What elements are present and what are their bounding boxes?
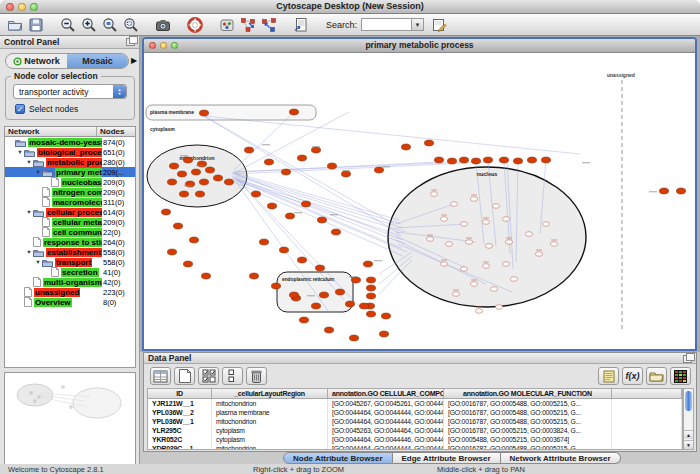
table-cell bbox=[612, 444, 682, 450]
table-cell: mitochondrion bbox=[212, 399, 328, 408]
unselect-attributes-icon[interactable] bbox=[222, 367, 243, 385]
search-dropdown-icon[interactable]: ▼ bbox=[411, 18, 424, 31]
help-icon[interactable] bbox=[186, 16, 204, 34]
attribute-table[interactable]: ID _cellularLayoutRegion annotation.GO C… bbox=[147, 388, 683, 450]
tree-row[interactable]: ▼transport558(0) bbox=[5, 257, 135, 267]
tree-row[interactable]: unassigned223(0) bbox=[5, 287, 135, 297]
import-network-icon[interactable] bbox=[239, 16, 257, 34]
tree-row[interactable]: Overview8(0) bbox=[5, 297, 135, 307]
edit-attributes-icon[interactable] bbox=[430, 16, 448, 34]
delete-attribute-icon[interactable] bbox=[246, 367, 267, 385]
new-attribute-icon[interactable] bbox=[174, 367, 195, 385]
tab-network[interactable]: Network bbox=[6, 54, 67, 68]
tree-row[interactable]: ▼cellular process614(0) bbox=[5, 207, 135, 217]
table-header-row: ID _cellularLayoutRegion annotation.GO C… bbox=[148, 389, 682, 399]
tree-row[interactable]: cellular metabo209(0) bbox=[5, 217, 135, 227]
table-row[interactable]: YPL036W__2plasma membrane[GO:0044464, GO… bbox=[148, 408, 682, 417]
scroll-down-icon[interactable]: ▼ bbox=[684, 440, 693, 449]
export-network-icon[interactable] bbox=[260, 16, 278, 34]
search-label: Search: bbox=[326, 20, 357, 30]
tree-row[interactable]: mosaic-demo-yeast874(0) bbox=[5, 137, 135, 147]
tree-row[interactable]: macromolecule311(0) bbox=[5, 197, 135, 207]
table-cell: YLR295C bbox=[148, 426, 212, 435]
notes-icon[interactable] bbox=[598, 367, 619, 385]
expander-icon[interactable]: ▼ bbox=[25, 159, 33, 165]
save-icon[interactable] bbox=[27, 16, 45, 34]
zoom-out-icon[interactable] bbox=[59, 16, 77, 34]
network-window[interactable]: primary metabolic process plasma membran… bbox=[142, 37, 697, 351]
tree-row[interactable]: nucleobase-209(0) bbox=[5, 177, 135, 187]
table-scrollbar[interactable]: ▲ ▼ bbox=[683, 388, 694, 450]
network-canvas-svg: plasma membrane cytoplasm mitochondrion … bbox=[144, 54, 695, 349]
column-header bbox=[612, 389, 682, 398]
nucleus-label: nucleus bbox=[477, 171, 498, 177]
control-panel: Control Panel Network Mosaic ▶ Node colo… bbox=[0, 36, 140, 464]
node-color-selection-group: Node color selection transporter activit… bbox=[5, 76, 135, 120]
select-all-attributes-icon[interactable] bbox=[198, 367, 219, 385]
network-tree-header: Network Nodes bbox=[4, 126, 136, 137]
control-panel-tabs: Network Mosaic bbox=[5, 53, 129, 69]
column-header[interactable]: _cellularLayoutRegion bbox=[212, 389, 328, 398]
import-attributes-icon[interactable] bbox=[646, 367, 667, 385]
table-cell: [GO:0016787, GO:0005488, GO:0005215, G..… bbox=[444, 408, 612, 417]
float-panel-icon[interactable] bbox=[683, 355, 692, 363]
tree-row[interactable]: ▼establishment of lo558(0) bbox=[5, 247, 135, 257]
tree-row[interactable]: cell communicat22(0) bbox=[5, 227, 135, 237]
tree-row[interactable]: response to stimulu264(0) bbox=[5, 237, 135, 247]
table-cell bbox=[612, 399, 682, 408]
expander-icon[interactable]: ▼ bbox=[16, 149, 24, 155]
zoom-selected-icon[interactable] bbox=[101, 16, 119, 34]
tree-row-count: 42(0) bbox=[102, 278, 135, 287]
expander-icon[interactable]: ▼ bbox=[25, 209, 33, 215]
expander-icon[interactable]: ▼ bbox=[25, 249, 33, 255]
table-row[interactable]: YPL036W__1mitochondrion[GO:0044464, GO:0… bbox=[148, 417, 682, 426]
tree-row[interactable]: multi-organism pro42(0) bbox=[5, 277, 135, 287]
tab-network-attribute-browser[interactable]: Network Attribute Browser bbox=[501, 452, 621, 464]
tree-row-count: 223(0) bbox=[102, 288, 135, 297]
tree-row[interactable]: ▼metabolic process280(0) bbox=[5, 157, 135, 167]
expander-icon[interactable]: ▼ bbox=[34, 259, 42, 265]
search-input[interactable] bbox=[361, 18, 411, 31]
table-row[interactable]: YLR295Ccytoplasm[GO:0045263, GO:0044464,… bbox=[148, 426, 682, 435]
tree-row-label: multi-organism pro bbox=[43, 278, 102, 287]
annotation-icon[interactable] bbox=[218, 16, 236, 34]
table-row[interactable]: YKR052Ccytoplasm[GO:0044464, GO:0044446,… bbox=[148, 435, 682, 444]
node-color-dropdown[interactable]: transporter activity ▲▼ bbox=[13, 84, 127, 99]
float-panel-icon[interactable] bbox=[126, 38, 135, 46]
attribute-grid-icon[interactable] bbox=[150, 367, 171, 385]
table-row[interactable]: YDR039C__1mitochondrion[GO:0044464, GO:0… bbox=[148, 444, 682, 450]
table-cell: [GO:0044464, GO:0044444, GO:0044425, G..… bbox=[328, 417, 444, 426]
formula-icon[interactable]: f(x) bbox=[622, 367, 643, 385]
table-cell: YKR052C bbox=[148, 435, 212, 444]
tab-mosaic[interactable]: Mosaic bbox=[67, 54, 128, 68]
zoom-fit-icon[interactable] bbox=[122, 16, 140, 34]
tree-row[interactable]: secretion41(0) bbox=[5, 267, 135, 277]
column-header[interactable]: annotation.GO CELLULAR_COMPONENT bbox=[328, 389, 444, 398]
tree-row[interactable]: nitrogen compo209(0) bbox=[5, 187, 135, 197]
column-header[interactable]: annotation.GO MOLECULAR_FUNCTION bbox=[444, 389, 612, 398]
network-canvas[interactable]: plasma membrane cytoplasm mitochondrion … bbox=[144, 54, 695, 349]
tab-node-attribute-browser[interactable]: Node Attribute Browser bbox=[283, 452, 393, 464]
table-cell: cytoplasm bbox=[212, 435, 328, 444]
more-tabs-icon[interactable]: ▶ bbox=[131, 56, 137, 65]
expander-icon[interactable]: ▼ bbox=[34, 169, 42, 175]
tree-row-count: 22(0) bbox=[102, 228, 135, 237]
snapshot-icon[interactable] bbox=[154, 16, 172, 34]
table-cell: [GO:0016787, GO:0005488, GO:0005215, G..… bbox=[444, 399, 612, 408]
tab-edge-attribute-browser[interactable]: Edge Attribute Browser bbox=[393, 452, 501, 464]
plasma-membrane-label: plasma membrane bbox=[150, 109, 194, 115]
select-nodes-checkbox[interactable]: ✓ bbox=[15, 104, 25, 114]
column-header[interactable]: ID bbox=[148, 389, 212, 398]
tree-row[interactable]: ▼primary metabo209(... bbox=[5, 167, 135, 177]
zoom-in-icon[interactable] bbox=[80, 16, 98, 34]
scroll-up-icon[interactable]: ▲ bbox=[684, 430, 693, 439]
table-row[interactable]: YJR121W__1mitochondrion[GO:0045267, GO:0… bbox=[148, 399, 682, 408]
open-icon[interactable] bbox=[6, 16, 24, 34]
tree-row[interactable]: ▼biological_process651(0) bbox=[5, 147, 135, 157]
import-table-icon[interactable] bbox=[292, 16, 310, 34]
heatmap-icon[interactable] bbox=[670, 367, 691, 385]
table-cell bbox=[612, 435, 682, 444]
table-cell: cytoplasm bbox=[212, 426, 328, 435]
scrollbar-thumb[interactable] bbox=[685, 391, 692, 411]
network-window-titlebar: primary metabolic process bbox=[144, 39, 695, 53]
